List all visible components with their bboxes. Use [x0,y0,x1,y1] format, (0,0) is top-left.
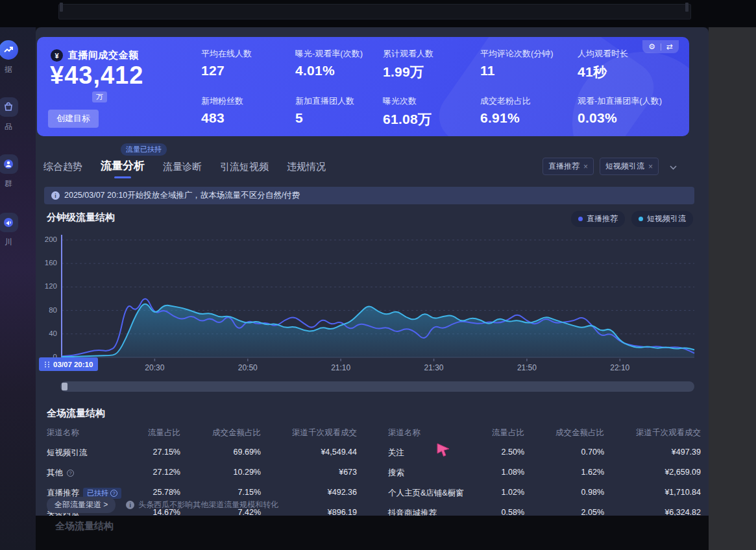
metric-cell: 曝光-观看率(次数)4.01% [295,48,383,81]
dashboard-screen: 据 品 群 川 ¥ 直播间成交金额 ¥43,412 [0,0,756,550]
gmv-value: ¥43,412 [50,62,143,90]
tab-lead-videos[interactable]: 引流短视频 [220,161,269,178]
legend-live-recommend[interactable]: 直播推荐 [571,211,625,227]
table-row: 搜索 [388,466,479,481]
tab-bar: 综合趋势 流量分析 流量诊断 引流短视频 违规情况 [43,158,326,178]
metric-cell: 新增粉丝数483 [201,95,295,128]
promotion-notice: i 2025/03/07 20:10开始投放全域推广，故本场流量不区分自然/付费 [44,187,694,204]
table-footer-note: i 头条西瓜不影响其他渠道流量规模和转化 [126,499,278,510]
sidebar-item-product[interactable]: 品 [0,97,23,132]
table-row: 其他? [47,466,131,481]
top-collapsed-bar [0,0,756,27]
sidebar-item-data[interactable]: 据 [0,40,23,75]
filter-chip-video[interactable]: 短视频引流 × [600,158,659,175]
banner-title-row: ¥ 直播间成交金额 [51,49,139,62]
gear-icon[interactable]: ⚙ [648,42,655,51]
swap-icon[interactable]: ⇄ [666,42,673,51]
tab-violations[interactable]: 违规情况 [287,161,326,178]
filter-chip-live[interactable]: 直播推荐 × [543,158,594,175]
traffic-boosted-badge: 流量已扶持 [121,143,167,156]
scrollbar-handle[interactable] [62,383,67,390]
metric-cell: 新加直播团人数5 [295,95,383,128]
sidebar-item-label: 据 [0,64,23,75]
table-row: 关注 [388,446,479,460]
sidebar-item-qianchuan[interactable]: 川 [0,213,23,248]
metric-cell: 成交老粉占比6.91% [480,95,578,128]
sidebar-item-label: 群 [0,178,23,189]
create-goal-button[interactable]: 创建目标 [48,110,99,128]
metric-cell: 平均在线人数127 [201,48,295,81]
megaphone-icon [0,213,18,232]
metric-cell: 曝光次数61.08万 [383,95,480,128]
minute-traffic-chart[interactable] [39,232,701,383]
toolbar-divider [661,43,661,51]
all-channels-button[interactable]: 全部流量渠道 > [47,497,116,513]
legend-video-traffic[interactable]: 短视频引流 [631,211,693,227]
sidebar-item-audience[interactable]: 群 [0,154,23,189]
table-row: 短视频引流 [47,446,131,460]
sidebar-item-label: 川 [0,237,23,248]
chevron-down-icon[interactable] [670,161,677,173]
banner-title: 直播间成交金额 [68,49,139,62]
drag-grid-icon [44,361,50,368]
metric-cell: 观看-加直播团率(人数)0.03% [578,95,675,128]
metric-cell: 平均评论次数(分钟)11 [480,48,578,81]
close-icon[interactable]: × [583,162,588,171]
traffic-table-right: 渠道名称 流量占比 成交金额占比 渠道千次观看成交 关注 2.50% 0.70%… [388,425,701,521]
strip-end-tick [60,3,63,12]
legend-dot [639,217,643,221]
chart-range-scrollbar[interactable] [60,381,694,392]
table-row: 个人主页&店铺&橱窗 [388,486,479,501]
info-icon: i [126,501,134,509]
info-icon: i [51,191,60,200]
gmv-banner: ¥ 直播间成交金额 ¥43,412 万 创建目标 平均在线人数127 曝光-观看… [37,37,689,136]
tab-overview[interactable]: 综合趋势 [43,161,82,178]
sidebar-item-label: 品 [0,121,23,132]
chart-legend: 直播推荐 短视频引流 [571,211,693,227]
legend-dot [578,217,583,221]
background-section-title: 全场流量结构 [55,520,114,532]
session-traffic-title: 全场流量结构 [47,407,105,420]
metric-cell: 累计观看人数1.99万 [383,48,480,81]
trend-icon [0,40,18,60]
collapsed-panel-strip [58,4,691,19]
background-right-strip [709,27,756,550]
tab-traffic-analysis[interactable]: 流量分析 [101,158,145,178]
banner-toolbar: ⚙ ⇄ [642,40,679,53]
info-icon[interactable]: ? [67,470,74,477]
close-icon[interactable]: × [648,162,653,171]
channel-filter-select[interactable]: 直播推荐 × 短视频引流 × [543,158,677,175]
minute-chart-title: 分钟级流量结构 [47,211,115,224]
bag-icon [0,97,18,117]
currency-coin-icon: ¥ [51,49,63,62]
x-axis-start-label[interactable]: 03/07 20:10 [39,357,98,371]
tab-traffic-diagnosis[interactable]: 流量诊断 [163,161,202,178]
user-icon [0,154,18,174]
metric-grid: 平均在线人数127 曝光-观看率(次数)4.01% 累计观看人数1.99万 平均… [201,48,675,128]
page-under-panel [36,516,709,550]
table-footer: 全部流量渠道 > i 头条西瓜不影响其他渠道流量规模和转化 [47,497,278,513]
gmv-unit-badge: 万 [92,91,107,102]
strip-end-tick [685,3,689,12]
sidebar-nav: 据 品 群 川 [0,27,36,550]
info-icon: ? [110,490,117,497]
